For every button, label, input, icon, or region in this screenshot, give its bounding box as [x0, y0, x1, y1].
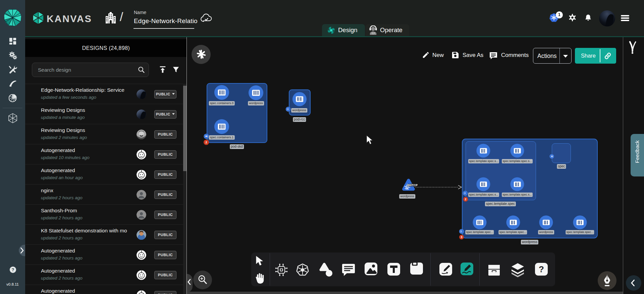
svg-text:?: ? [539, 264, 544, 274]
svg-text:?: ? [11, 267, 14, 272]
